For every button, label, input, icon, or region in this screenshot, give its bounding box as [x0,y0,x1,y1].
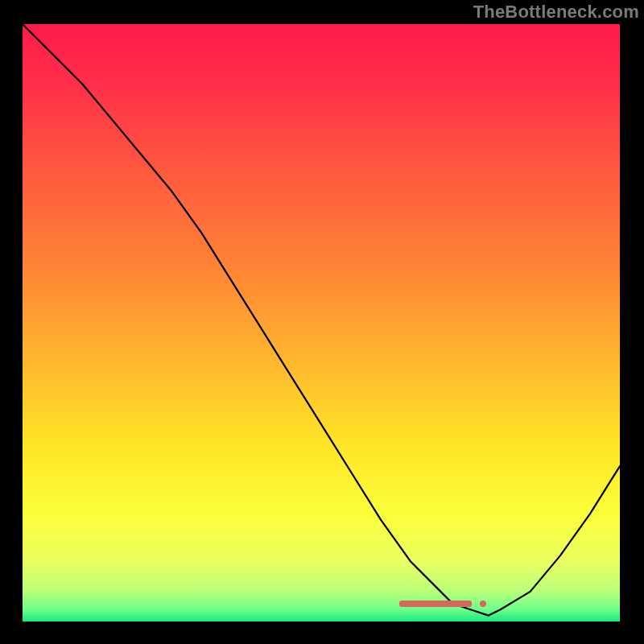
chart-svg [23,24,620,621]
gradient-background [23,24,620,621]
watermark-text: TheBottleneck.com [473,2,639,23]
svg-point-1 [480,601,486,607]
plot-area [23,24,620,621]
svg-rect-0 [399,601,472,607]
chart-frame: TheBottleneck.com [0,0,644,644]
